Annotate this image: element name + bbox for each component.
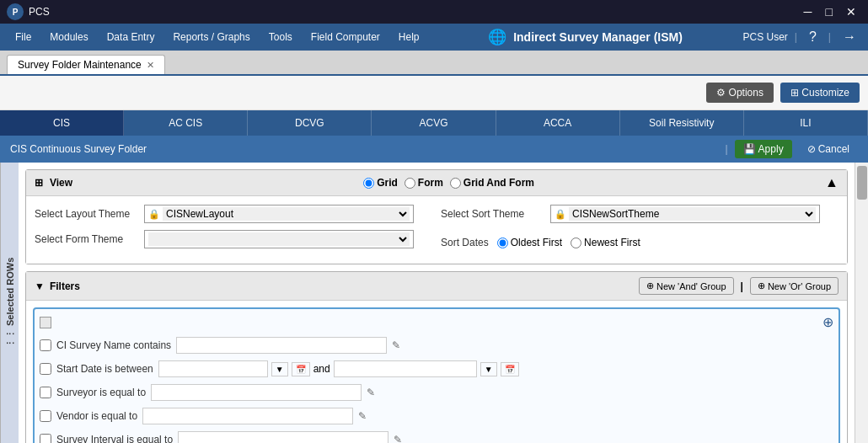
section-tabs: CIS AC CIS DCVG ACVG ACCA Soil Resistivi… (0, 110, 868, 136)
filter-input-vendor[interactable] (142, 408, 353, 424)
survey-label-bar: CIS Continuous Survey Folder | 💾 Apply ⊘… (0, 136, 868, 163)
filter-checkbox-surveyor[interactable] (40, 387, 51, 398)
filter-row-vendor: Vendor is equal to ✎ (40, 406, 833, 426)
help-button[interactable]: ? (804, 28, 822, 46)
radio-form[interactable]: Form (405, 177, 443, 189)
restore-button[interactable]: □ (821, 3, 838, 20)
radio-newest-first[interactable]: Newest First (571, 237, 640, 248)
menu-file[interactable]: File (7, 28, 40, 46)
minimize-button[interactable]: ─ (799, 3, 817, 20)
sort-dates-row: Sort Dates Oldest First Newest First (441, 237, 839, 248)
new-and-group-button[interactable]: ⊕ New 'And' Group (639, 277, 733, 295)
calendar-btn-to[interactable]: ▼ (480, 362, 497, 376)
left-col: Select Layout Theme 🔒 CISNewLayout Selec… (35, 205, 432, 255)
tab-close-icon[interactable]: ✕ (147, 60, 154, 71)
filter-edit-icon-survey-interval[interactable]: ✎ (394, 434, 402, 443)
tab-acca[interactable]: ACCA (496, 110, 620, 136)
or-group-icon: ⊕ (758, 280, 765, 291)
grid-icon: ⊞ (35, 177, 43, 189)
filter-input-surveyor[interactable] (151, 384, 362, 401)
filter-input-survey-name[interactable] (176, 337, 387, 354)
filter-start-date-to[interactable] (334, 360, 477, 377)
view-body: Select Layout Theme 🔒 CISNewLayout Selec… (26, 196, 847, 264)
survey-actions: | 💾 Apply ⊘ Cancel (725, 140, 858, 158)
options-button[interactable]: ⚙ Options (706, 83, 774, 103)
form-theme-select[interactable] (148, 232, 410, 246)
datepicker-btn-from[interactable]: 📅 (292, 362, 310, 376)
close-button[interactable]: ✕ (841, 3, 861, 20)
radio-grid-label: Grid (377, 177, 398, 189)
app-logo: P (7, 3, 24, 20)
customize-button[interactable]: ⊞ Customize (780, 83, 860, 103)
radio-grid[interactable]: Grid (363, 177, 398, 189)
menu-field-computer[interactable]: Field Computer (303, 28, 388, 46)
filters-section: ▼ Filters ⊕ New 'And' Group | ⊕ New 'Or'… (25, 271, 848, 443)
filter-icon: ▼ (35, 280, 45, 292)
title-bar: P PCS ─ □ ✕ (0, 0, 868, 24)
menu-reports-graphs[interactable]: Reports / Graphs (164, 28, 258, 46)
tab-cis[interactable]: CIS (0, 110, 124, 136)
tab-soil-resistivity[interactable]: Soil Resistivity (620, 110, 744, 136)
tab-bar: Survey Folder Maintenance ✕ (0, 51, 868, 76)
menu-data-entry[interactable]: Data Entry (99, 28, 163, 46)
group-toggle[interactable] (40, 317, 51, 328)
menu-modules[interactable]: Modules (41, 28, 96, 46)
survey-label: CIS Continuous Survey Folder (10, 143, 147, 155)
save-icon: 💾 (743, 143, 756, 155)
filter-between-start-date: ▼ 📅 and ▼ 📅 (158, 360, 833, 377)
cancel-button[interactable]: ⊘ Cancel (799, 140, 858, 158)
tab-ac-cis[interactable]: AC CIS (124, 110, 248, 136)
apply-button[interactable]: 💾 Apply (735, 140, 792, 158)
radio-oldest-first[interactable]: Oldest First (497, 237, 562, 248)
calendar-btn-from[interactable]: ▼ (271, 362, 288, 376)
menu-tools[interactable]: Tools (260, 28, 301, 46)
filter-checkbox-start-date[interactable] (40, 363, 51, 375)
form-theme-select-wrapper (144, 230, 414, 248)
filter-checkbox-survey-name[interactable] (40, 339, 51, 351)
filter-checkbox-vendor[interactable] (40, 410, 51, 422)
filter-start-date-from[interactable] (158, 360, 268, 377)
layout-theme-label: Select Layout Theme (35, 208, 136, 220)
main-panel: ⊞ View Grid Form Grid And F (19, 163, 855, 443)
scroll-up-icon[interactable]: ▲ (825, 175, 839, 190)
new-or-group-button[interactable]: ⊕ New 'Or' Group (750, 277, 839, 295)
logout-button[interactable]: → (838, 28, 861, 46)
scrollbar-thumb[interactable] (857, 166, 867, 200)
radio-grid-and-form[interactable]: Grid And Form (450, 177, 534, 189)
tab-survey-folder[interactable]: Survey Folder Maintenance ✕ (7, 55, 165, 74)
layout-theme-select[interactable]: CISNewLayout (163, 207, 410, 221)
radio-form-label: Form (418, 177, 443, 189)
form-theme-row: Select Form Theme (35, 230, 432, 248)
sort-theme-select-wrapper: 🔒 CISNewSortTheme (550, 205, 820, 223)
content-panel: ⋮⋮ Selected ROWs ⊞ View Grid (0, 163, 868, 443)
filter-input-survey-interval[interactable] (178, 431, 388, 443)
scrollbar[interactable] (855, 163, 868, 443)
and-label: and (313, 363, 330, 375)
globe-icon: 🌐 (488, 28, 506, 46)
filter-edit-icon-surveyor[interactable]: ✎ (367, 387, 375, 398)
filters-header-right: ⊕ New 'And' Group | ⊕ New 'Or' Group (639, 277, 839, 295)
toolbar-area: ⚙ Options ⊞ Customize (0, 76, 868, 110)
form-theme-label: Select Form Theme (35, 233, 136, 245)
view-radio-group: Grid Form Grid And Form (363, 177, 534, 189)
radio-grid-and-form-label: Grid And Form (463, 177, 534, 189)
filter-add-button[interactable]: ⊕ (822, 314, 833, 330)
filter-edit-icon-survey-name[interactable]: ✎ (392, 339, 400, 351)
filter-edit-icon-vendor[interactable]: ✎ (358, 410, 367, 422)
filter-checkbox-survey-interval[interactable] (40, 434, 51, 443)
sort-theme-select[interactable]: CISNewSortTheme (569, 207, 816, 221)
user-label: PCS User (742, 31, 787, 43)
datepicker-btn-to[interactable]: 📅 (501, 362, 519, 376)
filter-label-vendor: Vendor is equal to (56, 410, 137, 422)
sort-theme-row: Select Sort Theme 🔒 CISNewSortTheme (441, 205, 839, 223)
tab-dcvg[interactable]: DCVG (248, 110, 372, 136)
filter-group-header: ⊕ (40, 314, 833, 330)
app-name: PCS (29, 6, 50, 18)
tab-ili[interactable]: ILI (744, 110, 868, 136)
selected-rows-label: Selected ROWs (5, 258, 15, 326)
tab-acvg[interactable]: ACVG (372, 110, 496, 136)
app-title: 🌐 Indirect Survey Manager (ISM) (488, 28, 683, 46)
title-bar-left: P PCS (7, 3, 50, 20)
tab-label: Survey Folder Maintenance (18, 59, 142, 71)
menu-help[interactable]: Help (390, 28, 428, 46)
